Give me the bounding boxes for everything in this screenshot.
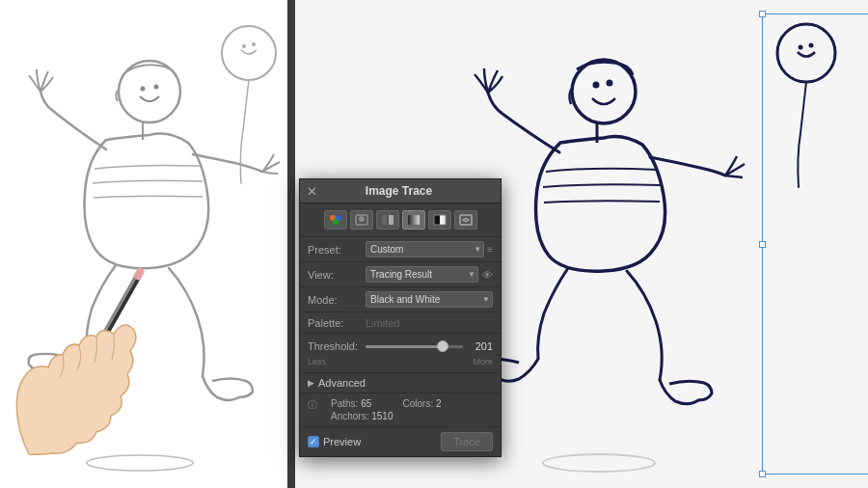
- preview-checkbox-label[interactable]: ✓ Preview: [308, 436, 361, 447]
- preview-checkbox[interactable]: ✓: [308, 436, 319, 447]
- preset-low-color-btn[interactable]: [376, 210, 399, 230]
- svg-point-16: [799, 45, 803, 50]
- mode-select[interactable]: Black and White: [366, 291, 493, 308]
- anchors-label: Anchors:: [331, 411, 368, 421]
- preview-row: ✓ Preview Trace: [300, 427, 501, 456]
- svg-point-11: [572, 60, 636, 123]
- svg-point-6: [252, 42, 256, 46]
- mode-row: Mode: Black and White ▼: [300, 287, 501, 312]
- advanced-label: Advanced: [318, 377, 366, 389]
- slider-track: [366, 345, 463, 348]
- view-select-wrapper: Tracing Result ▼: [366, 266, 478, 283]
- canvas-area: ✕ Image Trace: [0, 0, 868, 488]
- preset-select-wrapper: Custom ▼: [366, 241, 484, 258]
- svg-rect-30: [460, 215, 472, 225]
- panel-header: ✕ Image Trace: [300, 179, 501, 203]
- preset-select[interactable]: Custom: [366, 241, 484, 258]
- svg-point-4: [222, 26, 276, 80]
- trace-button[interactable]: Trace: [441, 432, 493, 451]
- anchors-stat: Anchors: 1510: [331, 411, 393, 421]
- svg-rect-27: [434, 215, 440, 225]
- svg-point-1: [141, 87, 146, 92]
- palette-value: Limited: [366, 317, 399, 329]
- threshold-section: Threshold: 201 Less More: [300, 334, 501, 373]
- preset-bw-btn[interactable]: [428, 210, 451, 230]
- advanced-arrow-icon: ▶: [308, 378, 314, 388]
- svg-point-14: [543, 454, 655, 472]
- svg-point-17: [809, 43, 814, 48]
- panel-title: Image Trace: [366, 184, 432, 198]
- preset-auto-color-btn[interactable]: [324, 210, 347, 230]
- dark-strip: [287, 0, 295, 488]
- svg-point-21: [333, 219, 339, 225]
- threshold-hints: Less More: [308, 357, 493, 366]
- advanced-row[interactable]: ▶ Advanced: [300, 373, 501, 393]
- preset-outline-btn[interactable]: [454, 210, 477, 230]
- svg-point-5: [242, 44, 246, 48]
- svg-point-2: [154, 85, 159, 90]
- threshold-hint-more: More: [473, 357, 493, 366]
- slider-thumb[interactable]: [437, 340, 448, 352]
- preset-grayscale-btn[interactable]: [402, 210, 425, 230]
- info-icon: ⓘ: [308, 398, 317, 421]
- svg-rect-24: [382, 215, 387, 225]
- paths-value: 65: [361, 398, 371, 409]
- svg-point-23: [359, 216, 365, 222]
- view-label: View:: [308, 269, 366, 281]
- hand-pencil: [0, 266, 193, 459]
- colors-stat: Colors: 2: [403, 398, 442, 409]
- preset-row: Preset: Custom ▼ ≡: [300, 237, 501, 262]
- threshold-label: Threshold:: [308, 340, 366, 352]
- panel-close-button[interactable]: ✕: [307, 185, 317, 198]
- colors-value: 2: [436, 398, 442, 409]
- svg-rect-25: [389, 215, 393, 225]
- paths-group: Paths: 65 Anchors: 1510: [331, 398, 393, 421]
- palette-label: Palette:: [308, 317, 366, 329]
- anchors-value: 1510: [371, 411, 393, 421]
- view-row: View: Tracing Result ▼ 👁: [300, 262, 501, 287]
- svg-point-12: [593, 82, 600, 89]
- preset-label: Preset:: [308, 244, 366, 256]
- image-trace-panel: ✕ Image Trace: [299, 178, 502, 457]
- threshold-hint-less: Less: [308, 357, 326, 366]
- stats-row: ⓘ Paths: 65 Anchors: 1510 Colors: 2: [300, 393, 501, 427]
- threshold-value: 201: [469, 340, 493, 352]
- preset-menu-icon[interactable]: ≡: [487, 244, 493, 255]
- threshold-slider-wrap: [366, 339, 463, 353]
- preview-label: Preview: [323, 436, 361, 447]
- paths-label: Paths:: [331, 398, 358, 409]
- paths-stat: Paths: 65: [331, 398, 393, 409]
- colors-group: Colors: 2: [403, 398, 442, 421]
- mode-label: Mode:: [308, 294, 366, 306]
- left-panel: [0, 0, 289, 488]
- view-eye-icon[interactable]: 👁: [482, 269, 493, 281]
- svg-rect-26: [408, 215, 420, 225]
- threshold-label-row: Threshold: 201: [308, 339, 493, 353]
- svg-point-13: [607, 80, 613, 87]
- preset-high-color-btn[interactable]: [350, 210, 373, 230]
- svg-point-15: [777, 24, 835, 82]
- svg-rect-28: [440, 215, 446, 225]
- panel-icon-row: [300, 203, 501, 237]
- palette-row: Palette: Limited: [300, 312, 501, 334]
- view-select[interactable]: Tracing Result: [366, 266, 478, 283]
- mode-select-wrapper: Black and White ▼: [366, 291, 493, 308]
- colors-label: Colors:: [403, 398, 434, 409]
